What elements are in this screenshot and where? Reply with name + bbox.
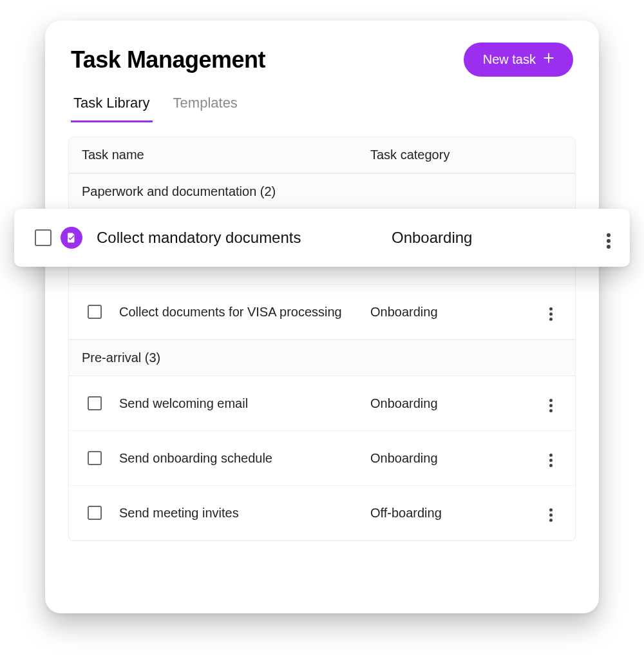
task-category: Onboarding [370,396,533,411]
new-task-button[interactable]: New task [464,43,573,77]
task-category: Onboarding [370,451,533,466]
task-category: Off-boarding [370,506,533,521]
document-icon [61,227,82,249]
more-vertical-icon [545,303,556,325]
group-label: Paperwork and documentation (2) [82,184,569,199]
group-header: Paperwork and documentation (2) [69,173,575,210]
column-task-name: Task name [77,148,370,162]
column-task-category: Task category [370,148,569,162]
task-table: Task name Task category Paperwork and do… [68,137,576,541]
task-name: Collect mandatory documents [89,229,361,247]
tab-task-library[interactable]: Task Library [71,95,153,122]
new-task-label: New task [483,52,536,67]
page-title: Task Management [71,46,265,73]
more-vertical-icon [545,504,556,526]
table-row[interactable]: Send welcoming email Onboarding [69,376,575,431]
row-more-button[interactable] [545,445,556,471]
row-checkbox[interactable] [88,506,102,520]
table-header: Task name Task category [69,137,575,173]
row-checkbox[interactable] [88,305,102,319]
highlighted-task-row[interactable]: Collect mandatory documents Onboarding [14,209,630,267]
row-more-button[interactable] [545,299,556,325]
card-header: Task Management New task [45,43,599,77]
row-checkbox[interactable] [88,451,102,465]
more-vertical-icon [603,229,614,253]
task-name: Send meeting invites [113,506,370,521]
more-vertical-icon [545,395,556,416]
row-checkbox[interactable] [35,229,52,246]
row-more-button[interactable] [545,390,556,416]
task-category: Onboarding [361,229,586,247]
task-name: Send onboarding schedule [113,451,370,466]
table-row[interactable]: Send onboarding schedule Onboarding [69,431,575,486]
plus-icon [542,52,555,68]
row-more-button[interactable] [545,500,556,526]
table-row[interactable]: Send meeting invites Off-boarding [69,486,575,541]
group-label: Pre-arrival (3) [82,350,569,365]
tab-templates[interactable]: Templates [171,95,240,122]
row-checkbox[interactable] [88,396,102,410]
task-name: Send welcoming email [113,396,370,411]
tabs: Task Library Templates [45,77,599,122]
task-name: Collect documents for VISA processing [113,305,370,320]
group-header: Pre-arrival (3) [69,340,575,376]
more-vertical-icon [545,450,556,471]
row-more-button[interactable] [603,223,614,253]
table-row[interactable]: Collect documents for VISA processing On… [69,285,575,340]
task-category: Onboarding [370,305,533,320]
task-management-card: Task Management New task Task Library Te… [45,21,599,613]
